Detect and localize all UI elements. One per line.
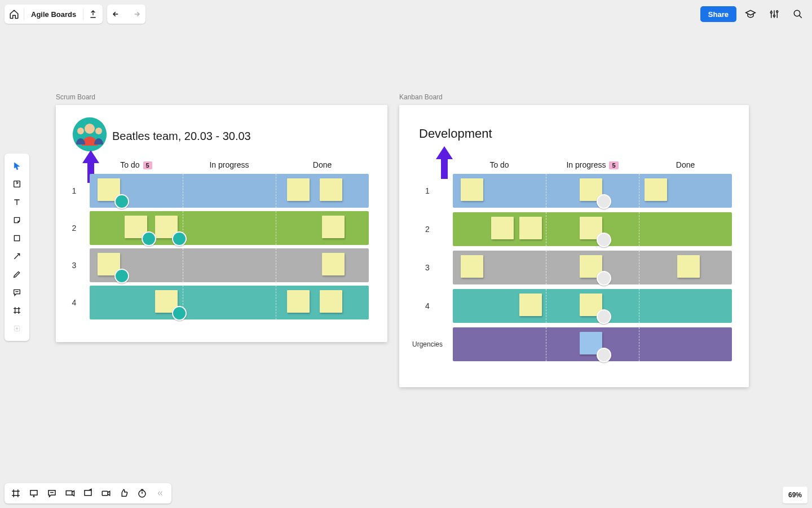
col-done: Done [639,160,732,169]
assignee-avatar[interactable] [114,194,129,209]
sticky-note[interactable] [322,216,345,238]
sticky-note[interactable] [461,178,483,201]
sticky-note[interactable] [287,290,310,313]
scrum-row-2[interactable]: 2 [59,211,369,245]
scrum-row-4[interactable]: 4 [59,286,369,319]
team-avatar[interactable] [73,117,107,151]
sticky-note[interactable] [645,178,667,201]
svg-point-13 [73,117,107,151]
kanban-title[interactable]: Development [419,126,492,141]
col-progress: In progress [183,160,276,169]
row-label: 3 [402,251,453,284]
frame-label-scrum[interactable]: Scrum Board [56,93,95,101]
arrow-sticker[interactable] [433,143,456,177]
kanban-row-1[interactable]: 1 [402,174,732,208]
col-todo: To do [453,160,546,169]
frame-scrum[interactable]: Beatles team, 20.03 - 30.03 To do5 In pr… [56,105,387,342]
row-label: 3 [59,248,90,282]
assignee-avatar[interactable] [597,194,611,209]
scrum-title[interactable]: Beatles team, 20.03 - 30.03 [112,130,251,143]
col-todo: To do5 [90,160,183,169]
kanban-column-headers: To do In progress5 Done [453,160,732,169]
assignee-avatar[interactable] [172,231,187,246]
team-avatar-icon [73,117,107,151]
svg-point-14 [85,124,95,134]
row-label: 2 [402,212,453,246]
wip-badge: 5 [143,161,152,169]
sticky-note[interactable] [519,217,542,239]
row-label: 1 [59,174,90,208]
assignee-avatar[interactable] [597,348,611,362]
frame-kanban[interactable]: Development To do In progress5 Done 1 2 [399,105,749,387]
sticky-note[interactable] [320,290,342,313]
kanban-row-urgencies[interactable]: Urgencies [402,327,732,361]
sticky-note[interactable] [287,178,310,201]
assignee-avatar[interactable] [597,233,611,247]
row-label: 4 [402,289,453,323]
frame-label-kanban[interactable]: Kanban Board [399,93,443,101]
col-progress: In progress5 [546,160,639,169]
sticky-note[interactable] [320,178,342,201]
wip-badge: 5 [609,161,618,169]
assignee-avatar[interactable] [142,231,156,246]
row-label: 4 [59,286,90,319]
sticky-note[interactable] [461,255,483,278]
sticky-note[interactable] [491,217,514,239]
row-label: 1 [402,174,453,208]
assignee-avatar[interactable] [172,306,187,321]
svg-point-16 [95,128,102,134]
scrum-row-1[interactable]: 1 [59,174,369,208]
sticky-note[interactable] [677,255,700,278]
assignee-avatar[interactable] [114,269,129,283]
row-label: Urgencies [402,327,453,361]
scrum-row-3[interactable]: 3 [59,248,369,282]
svg-point-15 [77,128,84,134]
row-label: 2 [59,211,90,245]
scrum-column-headers: To do5 In progress Done [90,160,369,169]
assignee-avatar[interactable] [597,309,611,324]
canvas[interactable]: Scrum Board Beatles team, 20.03 - 30.03 … [0,0,812,508]
kanban-row-3[interactable]: 3 [402,251,732,284]
assignee-avatar[interactable] [597,271,611,286]
kanban-row-2[interactable]: 2 [402,212,732,246]
kanban-row-4[interactable]: 4 [402,289,732,323]
sticky-note[interactable] [519,294,542,316]
sticky-note[interactable] [322,253,345,275]
col-done: Done [276,160,369,169]
